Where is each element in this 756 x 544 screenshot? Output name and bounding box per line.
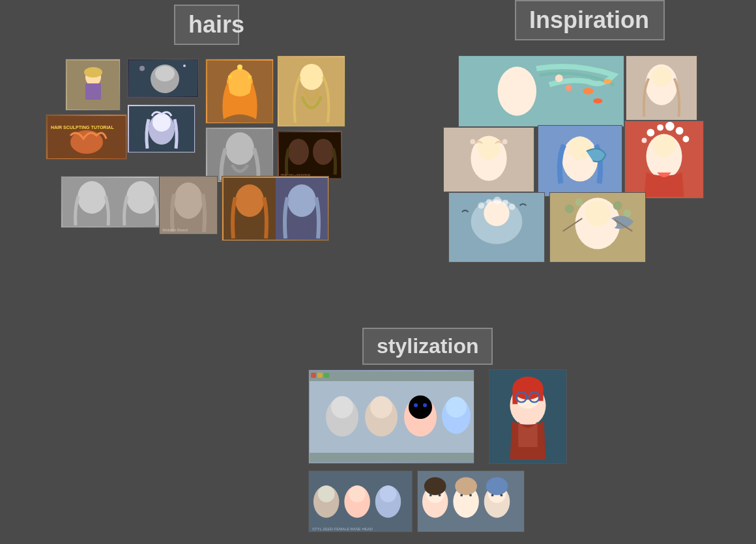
svg-point-63 (676, 127, 684, 135)
svg-point-98 (446, 397, 467, 418)
inspiration-image-6[interactable] (549, 192, 646, 263)
svg-point-129 (460, 494, 463, 496)
inspiration-image-pale-right[interactable] (626, 55, 697, 121)
hair-image-11[interactable] (222, 176, 329, 241)
svg-point-12 (228, 75, 232, 79)
svg-point-21 (153, 113, 171, 132)
svg-point-95 (414, 403, 418, 407)
svg-point-40 (498, 66, 537, 115)
svg-point-61 (657, 124, 663, 131)
svg-point-3 (84, 67, 102, 78)
svg-point-30 (126, 181, 155, 214)
svg-point-113 (349, 485, 366, 502)
hair-image-6[interactable] (127, 104, 196, 153)
svg-point-13 (248, 75, 252, 79)
hair-image-3[interactable] (205, 59, 274, 124)
svg-text:WobiArt Board: WobiArt Board (162, 228, 188, 232)
svg-text:HAIR SCULPTING TUTORIAL: HAIR SCULPTING TUTORIAL (51, 125, 114, 130)
svg-point-71 (493, 197, 501, 205)
inspiration-section-label: Inspiration (515, 0, 665, 40)
svg-point-62 (665, 122, 675, 131)
inspiration-image-2[interactable] (443, 127, 534, 192)
svg-point-29 (78, 181, 106, 214)
svg-point-43 (593, 98, 602, 104)
svg-point-78 (575, 199, 583, 207)
svg-point-60 (647, 129, 654, 137)
stylization-section-label: stylization (362, 328, 493, 365)
svg-point-25 (288, 139, 309, 165)
svg-point-70 (486, 199, 491, 205)
svg-point-23 (225, 132, 254, 165)
svg-text:STYL.ZEED FEMALE BASE HEAD: STYL.ZEED FEMALE BASE HEAD (312, 527, 373, 531)
hair-image-8[interactable]: ZBRUSH • RENDER (277, 130, 342, 179)
svg-point-90 (331, 396, 353, 418)
svg-point-53 (502, 139, 508, 144)
svg-point-7 (139, 66, 145, 71)
svg-point-52 (470, 139, 475, 144)
hair-image-4[interactable] (277, 55, 345, 127)
svg-point-126 (486, 477, 508, 495)
hair-image-5[interactable]: HAIR SCULPTING TUTORIAL (46, 114, 127, 160)
svg-point-130 (469, 494, 472, 496)
svg-point-72 (503, 200, 508, 205)
svg-point-76 (585, 201, 610, 226)
svg-point-128 (439, 494, 441, 496)
svg-point-131 (491, 494, 494, 496)
svg-point-127 (429, 494, 432, 496)
svg-rect-85 (311, 373, 316, 378)
svg-point-92 (370, 396, 392, 418)
svg-point-96 (423, 403, 427, 407)
inspiration-image-1[interactable] (458, 55, 624, 127)
svg-point-38 (287, 184, 316, 217)
stylization-image-2[interactable] (489, 369, 567, 464)
hair-image-1[interactable] (65, 59, 121, 111)
hair-image-2[interactable] (127, 59, 199, 98)
svg-point-36 (235, 184, 264, 217)
hairs-section-label: hairs (174, 5, 239, 45)
svg-point-64 (683, 136, 690, 143)
stylization-image-3[interactable]: STYL.ZEED FEMALE BASE HEAD (308, 470, 413, 532)
svg-point-32 (174, 182, 203, 219)
svg-point-15 (300, 64, 323, 90)
inspiration-image-3[interactable] (538, 125, 622, 197)
hair-image-7[interactable] (205, 127, 274, 182)
hair-image-10[interactable]: WobiArt Board (159, 176, 218, 235)
svg-point-79 (613, 201, 622, 210)
svg-point-41 (583, 88, 593, 94)
svg-rect-87 (324, 373, 329, 378)
stylization-image-1[interactable] (308, 369, 474, 464)
svg-point-65 (642, 138, 647, 143)
svg-point-6 (155, 66, 175, 81)
svg-point-123 (455, 477, 477, 495)
svg-point-48 (651, 66, 671, 87)
svg-point-42 (603, 79, 611, 84)
svg-point-132 (500, 494, 502, 496)
svg-rect-2 (85, 83, 101, 100)
stylization-image-4[interactable] (417, 470, 525, 532)
svg-rect-84 (310, 371, 474, 381)
inspiration-image-5[interactable] (448, 192, 545, 263)
svg-rect-86 (317, 373, 323, 378)
svg-point-59 (652, 134, 675, 157)
svg-point-45 (566, 85, 572, 91)
hair-image-9[interactable] (61, 176, 175, 228)
svg-point-120 (424, 477, 446, 495)
svg-point-51 (477, 137, 500, 160)
svg-point-80 (623, 209, 631, 217)
svg-point-94 (409, 395, 432, 419)
svg-point-26 (313, 139, 334, 165)
svg-rect-99 (310, 453, 474, 463)
svg-point-56 (568, 137, 591, 160)
svg-point-115 (380, 485, 397, 502)
svg-point-8 (183, 64, 186, 67)
inspiration-image-4[interactable] (624, 121, 704, 199)
svg-point-44 (555, 74, 563, 82)
svg-point-11 (237, 64, 242, 70)
svg-point-111 (318, 485, 335, 502)
svg-point-73 (509, 204, 516, 210)
svg-point-77 (565, 204, 574, 213)
svg-point-69 (478, 203, 484, 209)
